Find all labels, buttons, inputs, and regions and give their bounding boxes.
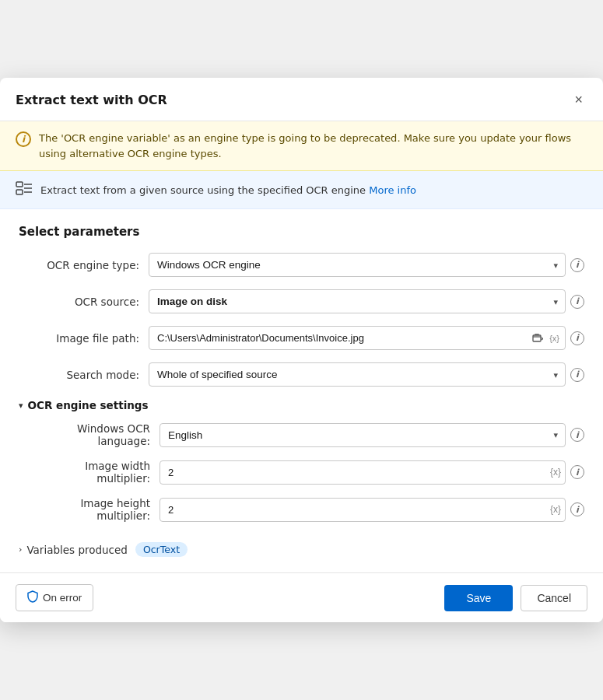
ocr-source-select-wrapper: Image on disk Screen Foreground window W… bbox=[149, 289, 566, 313]
variables-section: › Variables produced OcrText bbox=[19, 534, 584, 557]
ocr-source-select[interactable]: Image on disk Screen Foreground window W… bbox=[149, 289, 566, 313]
image-width-multiplier-info-icon[interactable]: i bbox=[570, 465, 584, 479]
ocr-engine-settings-chevron-icon[interactable]: ▾ bbox=[19, 401, 23, 411]
search-mode-label: Search mode: bbox=[19, 369, 139, 381]
windows-ocr-language-control: English Spanish French German Chinese (S… bbox=[160, 423, 584, 447]
on-error-label: On error bbox=[43, 592, 82, 604]
search-mode-row: Search mode: Whole of specified source S… bbox=[19, 362, 584, 387]
windows-ocr-language-row: Windows OCR language: English Spanish Fr… bbox=[30, 422, 584, 447]
variables-chevron-icon: › bbox=[19, 544, 22, 555]
ocr-source-label: OCR source: bbox=[19, 296, 139, 308]
clear-width-multiplier-icon[interactable]: {x} bbox=[550, 467, 561, 478]
ocr-engine-type-control: Windows OCR engine Tesseract engine OCR … bbox=[149, 253, 584, 277]
variables-produced-toggle[interactable]: › Variables produced bbox=[19, 544, 128, 556]
save-button[interactable]: Save bbox=[444, 585, 513, 611]
on-error-button[interactable]: On error bbox=[16, 584, 93, 611]
ocr-source-info-icon[interactable]: i bbox=[570, 295, 584, 309]
image-file-path-input[interactable] bbox=[149, 326, 566, 350]
image-width-multiplier-row: Image width multiplier: {x} i bbox=[30, 460, 584, 485]
ocr-source-row: OCR source: Image on disk Screen Foregro… bbox=[19, 289, 584, 313]
svg-rect-0 bbox=[16, 182, 23, 187]
ocr-engine-type-select-wrapper: Windows OCR engine Tesseract engine OCR … bbox=[149, 253, 566, 277]
ocr-engine-settings-body: Windows OCR language: English Spanish Fr… bbox=[19, 422, 584, 522]
image-width-multiplier-label: Image width multiplier: bbox=[30, 460, 150, 485]
image-file-path-row: Image file path: {x} bbox=[19, 326, 584, 350]
section-title: Select parameters bbox=[19, 225, 584, 239]
warning-banner: i The 'OCR engine variable' as an engine… bbox=[0, 121, 603, 171]
ocr-engine-type-label: OCR engine type: bbox=[19, 259, 139, 271]
ocr-source-control: Image on disk Screen Foreground window W… bbox=[149, 289, 584, 313]
image-width-multiplier-wrapper: {x} bbox=[160, 460, 566, 485]
info-banner-text: Extract text from a given source using t… bbox=[40, 184, 416, 196]
info-banner: Extract text from a given source using t… bbox=[0, 171, 603, 209]
image-file-path-control: {x} i bbox=[149, 326, 584, 350]
dialog-header: Extract text with OCR × bbox=[0, 78, 603, 121]
dialog-footer: On error Save Cancel bbox=[0, 572, 603, 622]
shield-icon bbox=[27, 590, 38, 605]
windows-ocr-language-select-wrapper: English Spanish French German Chinese (S… bbox=[160, 423, 566, 447]
search-mode-info-icon[interactable]: i bbox=[570, 368, 584, 382]
ocr-engine-settings-title: OCR engine settings bbox=[28, 399, 149, 411]
close-button[interactable]: × bbox=[570, 90, 587, 110]
search-mode-select[interactable]: Whole of specified source Specific subre… bbox=[149, 362, 566, 387]
warning-text: The 'OCR engine variable' as an engine t… bbox=[39, 131, 587, 161]
image-file-path-label: Image file path: bbox=[19, 332, 139, 345]
warning-icon: i bbox=[16, 131, 31, 147]
image-height-multiplier-wrapper: {x} bbox=[160, 498, 566, 522]
search-mode-control: Whole of specified source Specific subre… bbox=[149, 362, 584, 387]
cancel-button[interactable]: Cancel bbox=[521, 585, 587, 611]
ocr-engine-type-row: OCR engine type: Windows OCR engine Tess… bbox=[19, 253, 584, 277]
image-file-path-info-icon[interactable]: i bbox=[570, 331, 584, 345]
windows-ocr-language-label: Windows OCR language: bbox=[30, 422, 150, 447]
ocr-engine-type-select[interactable]: Windows OCR engine Tesseract engine OCR … bbox=[149, 253, 566, 277]
windows-ocr-language-info-icon[interactable]: i bbox=[570, 428, 584, 442]
image-width-multiplier-control: {x} i bbox=[160, 460, 584, 485]
image-height-multiplier-input[interactable] bbox=[160, 498, 566, 522]
browse-file-icon[interactable] bbox=[531, 331, 545, 345]
extract-text-ocr-dialog: Extract text with OCR × i The 'OCR engin… bbox=[0, 78, 603, 622]
ocr-engine-settings-header: ▾ OCR engine settings bbox=[19, 399, 584, 411]
footer-right: Save Cancel bbox=[444, 585, 587, 611]
image-width-multiplier-input[interactable] bbox=[160, 460, 566, 485]
search-mode-select-wrapper: Whole of specified source Specific subre… bbox=[149, 362, 566, 387]
ocr-icon bbox=[16, 180, 33, 199]
clear-height-multiplier-icon[interactable]: {x} bbox=[550, 504, 561, 515]
ocr-engine-type-info-icon[interactable]: i bbox=[570, 258, 584, 272]
ocr-text-badge: OcrText bbox=[135, 542, 188, 557]
image-height-multiplier-row: Image height multiplier: {x} i bbox=[30, 497, 584, 522]
dialog-body: Select parameters OCR engine type: Windo… bbox=[0, 209, 603, 572]
variables-produced-label: Variables produced bbox=[26, 544, 128, 556]
windows-ocr-language-select[interactable]: English Spanish French German Chinese (S… bbox=[160, 423, 566, 447]
svg-rect-5 bbox=[533, 335, 541, 341]
more-info-link[interactable]: More info bbox=[369, 184, 416, 196]
image-height-multiplier-info-icon[interactable]: i bbox=[570, 502, 584, 516]
image-file-path-icons: {x} bbox=[531, 331, 561, 345]
clear-file-path-icon[interactable]: {x} bbox=[548, 332, 561, 345]
dialog-title: Extract text with OCR bbox=[16, 93, 167, 107]
svg-rect-1 bbox=[16, 190, 23, 194]
image-file-path-wrapper: {x} bbox=[149, 326, 566, 350]
image-height-multiplier-control: {x} i bbox=[160, 498, 584, 522]
image-height-multiplier-label: Image height multiplier: bbox=[30, 497, 150, 522]
